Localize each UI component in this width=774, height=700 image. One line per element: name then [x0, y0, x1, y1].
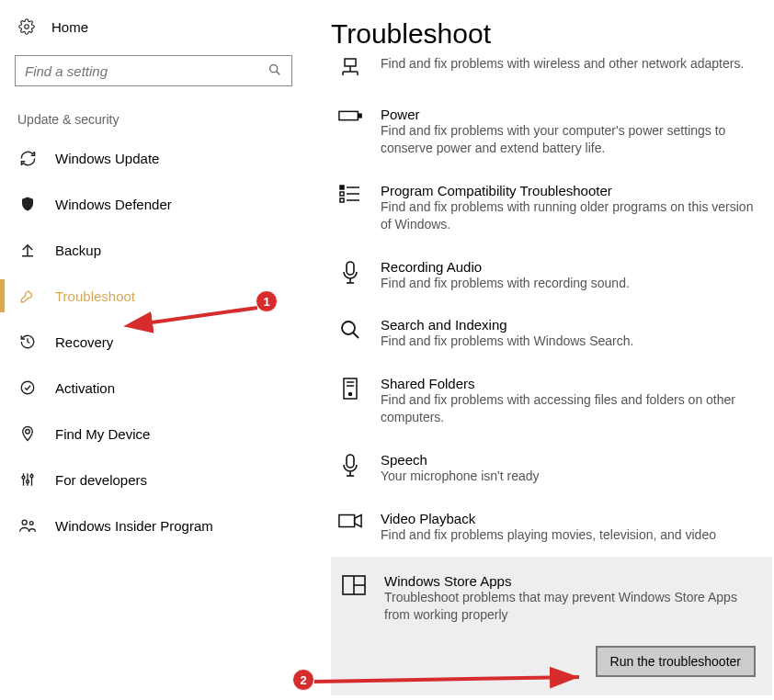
sidebar-item-for-developers[interactable]: For developers	[15, 459, 298, 500]
annotation-badge-1: 1	[256, 290, 278, 312]
annotation-badge-2: 2	[292, 669, 314, 691]
sidebar-item-label: Backup	[55, 243, 101, 258]
svg-rect-20	[339, 111, 358, 119]
arrow-up-icon	[18, 241, 37, 259]
svg-point-1	[270, 64, 278, 72]
sidebar-item-backup[interactable]: Backup	[15, 230, 298, 270]
gear-icon	[18, 18, 35, 35]
troubleshoot-item-title: Windows Store Apps	[384, 573, 756, 589]
sidebar-item-label: Windows Update	[55, 151, 159, 166]
search-icon	[267, 62, 282, 80]
search-input[interactable]	[25, 63, 267, 79]
svg-rect-22	[340, 186, 344, 189]
troubleshoot-item-title: Recording Audio	[381, 259, 765, 275]
sidebar-item-windows-update[interactable]: Windows Update	[15, 138, 298, 178]
sidebar-item-find-my-device[interactable]: Find My Device	[15, 413, 298, 454]
svg-point-12	[30, 475, 33, 478]
home-label: Home	[51, 19, 88, 35]
sidebar-item-label: Recovery	[55, 334, 113, 350]
annotation-arrow-1	[138, 303, 267, 331]
svg-rect-40	[339, 515, 355, 527]
annotation-arrow-2	[313, 671, 588, 689]
home-button[interactable]: Home	[15, 18, 298, 35]
svg-point-13	[22, 520, 27, 525]
check-circle-icon	[18, 378, 37, 397]
svg-point-14	[29, 522, 33, 525]
troubleshoot-item-speech[interactable]: Speech Your microphone isn't ready	[331, 439, 772, 498]
svg-point-10	[27, 480, 29, 483]
svg-rect-37	[347, 455, 354, 468]
troubleshoot-item-desc: Troubleshoot problems that may prevent W…	[384, 589, 756, 624]
network-icon	[338, 55, 362, 81]
troubleshoot-item-title: Speech	[381, 452, 765, 468]
section-label: Update & security	[15, 112, 298, 127]
troubleshoot-item-title: Program Compatibility Troubleshooter	[381, 183, 765, 198]
troubleshoot-item-program-compat[interactable]: Program Compatibility Troubleshooter Fin…	[331, 170, 772, 246]
page-title: Troubleshoot	[331, 18, 772, 50]
troubleshoot-item-desc: Find and fix problems with your computer…	[381, 122, 765, 157]
apps-icon	[342, 573, 366, 599]
sidebar-item-label: Activation	[55, 380, 115, 396]
troubleshoot-item-recording-audio[interactable]: Recording Audio Find and fix problems wi…	[331, 246, 772, 305]
svg-line-32	[353, 333, 359, 338]
history-icon	[18, 333, 37, 351]
people-icon	[18, 516, 37, 535]
sliders-icon	[18, 470, 37, 489]
svg-marker-41	[355, 515, 361, 527]
troubleshoot-item-desc: Find and fix problems with running older…	[381, 198, 765, 233]
sidebar-item-label: Windows Insider Program	[55, 518, 213, 534]
troubleshoot-item-shared-folders[interactable]: Shared Folders Find and fix problems wit…	[331, 363, 772, 439]
troubleshoot-item-desc: Find and fix problems with recording sou…	[381, 275, 765, 292]
magnifier-icon	[338, 317, 362, 343]
troubleshoot-item-power[interactable]: Power Find and fix problems with your co…	[331, 94, 772, 170]
microphone-icon	[338, 259, 362, 285]
troubleshoot-item-search-indexing[interactable]: Search and Indexing Find and fix problem…	[331, 304, 772, 363]
troubleshoot-item-desc: Find and fix problems playing movies, te…	[381, 526, 765, 544]
sidebar-item-label: Windows Defender	[55, 197, 172, 212]
troubleshoot-item-desc: Find and fix problems with Windows Searc…	[381, 333, 765, 350]
battery-icon	[338, 107, 362, 132]
troubleshoot-item-video-playback[interactable]: Video Playback Find and fix problems pla…	[331, 498, 772, 557]
svg-line-45	[145, 308, 257, 323]
sidebar-item-activation[interactable]: Activation	[15, 367, 298, 408]
server-icon	[338, 376, 362, 401]
sidebar-item-label: Find My Device	[55, 426, 150, 442]
microphone-icon	[338, 452, 362, 478]
troubleshoot-item-title: Shared Folders	[381, 376, 765, 391]
troubleshoot-item-title: Search and Indexing	[381, 317, 765, 333]
sidebar-item-label: Troubleshoot	[55, 288, 135, 304]
video-icon	[338, 511, 362, 536]
sidebar-item-windows-defender[interactable]: Windows Defender	[15, 184, 298, 224]
svg-point-36	[349, 393, 352, 396]
svg-line-2	[277, 71, 280, 74]
troubleshoot-item-title: Power	[381, 107, 765, 122]
troubleshoot-item-title: Video Playback	[381, 511, 765, 526]
search-input-wrapper[interactable]	[15, 55, 292, 86]
troubleshoot-item-network-adapter[interactable]: Find and fix problems with wireless and …	[331, 55, 772, 94]
troubleshoot-item-desc: Find and fix problems with wireless and …	[381, 55, 765, 73]
svg-rect-21	[359, 114, 361, 118]
svg-point-6	[26, 430, 30, 435]
svg-point-8	[22, 476, 25, 479]
svg-point-5	[21, 381, 34, 394]
wrench-icon	[18, 287, 37, 305]
svg-point-31	[342, 322, 355, 334]
sidebar-item-label: For developers	[55, 472, 147, 488]
shield-icon	[18, 195, 37, 213]
troubleshoot-item-desc: Find and fix problems with accessing fil…	[381, 391, 765, 426]
run-troubleshooter-button[interactable]: Run the troubleshooter	[596, 646, 756, 677]
location-icon	[18, 424, 37, 443]
svg-rect-28	[347, 262, 354, 275]
svg-rect-26	[340, 198, 344, 202]
svg-rect-24	[340, 192, 344, 196]
svg-point-0	[25, 25, 29, 29]
list-icon	[338, 183, 362, 209]
svg-line-46	[314, 677, 579, 682]
sync-icon	[18, 149, 37, 167]
troubleshoot-item-desc: Your microphone isn't ready	[381, 468, 765, 485]
svg-rect-15	[345, 59, 356, 66]
sidebar-item-windows-insider[interactable]: Windows Insider Program	[15, 505, 298, 546]
